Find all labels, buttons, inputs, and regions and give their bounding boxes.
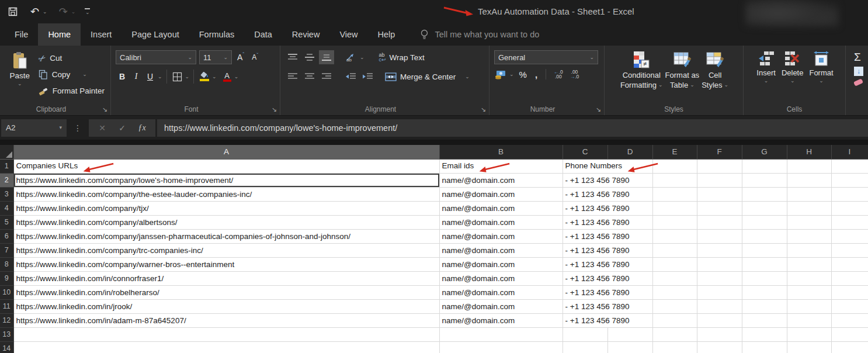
cut-button[interactable]: ✂ Cut bbox=[36, 50, 107, 66]
cell-B4[interactable]: name/@domain.com bbox=[439, 201, 563, 215]
cell-A13[interactable] bbox=[13, 327, 439, 341]
column-header-C[interactable]: C bbox=[563, 145, 607, 159]
cell-H3[interactable] bbox=[787, 187, 831, 201]
cell-B7[interactable]: name/@domain.com bbox=[439, 243, 563, 257]
column-header-F[interactable]: F bbox=[697, 145, 742, 159]
row-header-10[interactable]: 10 bbox=[0, 285, 13, 299]
cell-B11[interactable]: name/@domain.com bbox=[439, 299, 563, 313]
tab-file[interactable]: File bbox=[5, 23, 38, 46]
format-as-table-button[interactable]: Format as Table⌄ bbox=[665, 50, 700, 89]
cell-H6[interactable] bbox=[787, 229, 831, 243]
dialog-launcher-icon[interactable]: ↘ bbox=[596, 106, 601, 113]
italic-button[interactable]: I bbox=[130, 69, 143, 84]
cell-H10[interactable] bbox=[787, 285, 831, 299]
cell-H5[interactable] bbox=[787, 215, 831, 229]
copy-button[interactable]: Copy ⌄ bbox=[36, 67, 107, 82]
insert-function-icon[interactable]: ƒx bbox=[132, 123, 152, 133]
row-header-14[interactable]: 14 bbox=[0, 341, 13, 353]
cell-G14[interactable] bbox=[742, 341, 787, 353]
cell-G3[interactable] bbox=[742, 187, 787, 201]
cell-A3[interactable]: https://www.linkedin.com/company/the-est… bbox=[13, 187, 439, 201]
tab-help[interactable]: Help bbox=[368, 23, 405, 46]
increase-indent-button[interactable] bbox=[360, 70, 375, 84]
cell-F12[interactable] bbox=[697, 313, 742, 327]
cell-E9[interactable] bbox=[652, 271, 697, 285]
cell-H4[interactable] bbox=[787, 201, 831, 215]
name-box-dropdown-icon[interactable]: ▾ bbox=[59, 125, 62, 130]
accounting-format-icon[interactable] bbox=[494, 70, 507, 79]
increase-font-size-button[interactable]: Aˆ bbox=[235, 53, 246, 62]
row-header-4[interactable]: 4 bbox=[0, 201, 13, 215]
cell-D13[interactable] bbox=[607, 327, 652, 341]
decrease-decimal-button[interactable]: .00 →.0 bbox=[568, 70, 582, 79]
paste-button[interactable]: Paste ⌄ bbox=[5, 51, 35, 103]
cell-F13[interactable] bbox=[697, 327, 742, 341]
cell-F7[interactable] bbox=[697, 243, 742, 257]
tab-page-layout[interactable]: Page Layout bbox=[121, 23, 189, 46]
cell-I4[interactable] bbox=[831, 201, 868, 215]
cell-E4[interactable] bbox=[652, 201, 697, 215]
cell-G13[interactable] bbox=[742, 327, 787, 341]
merge-center-button[interactable]: Merge & Center ⌄ bbox=[385, 72, 470, 81]
increase-decimal-button[interactable]: ←.0 .00 bbox=[551, 70, 565, 79]
cell-F3[interactable] bbox=[697, 187, 742, 201]
cell-F10[interactable] bbox=[697, 285, 742, 299]
save-icon[interactable] bbox=[8, 7, 18, 16]
cell-B10[interactable]: name/@domain.com bbox=[439, 285, 563, 299]
cell-A5[interactable]: https://www.linkedin.com/company/alberts… bbox=[13, 215, 439, 229]
cell-H13[interactable] bbox=[787, 327, 831, 341]
cell-I7[interactable] bbox=[831, 243, 868, 257]
dialog-launcher-icon[interactable]: ↘ bbox=[102, 106, 107, 113]
cell-F9[interactable] bbox=[697, 271, 742, 285]
tab-formulas[interactable]: Formulas bbox=[189, 23, 244, 46]
cell-G6[interactable] bbox=[742, 229, 787, 243]
cell-E13[interactable] bbox=[652, 327, 697, 341]
cell-A4[interactable]: https://www.linkedin.com/company/tjx/ bbox=[13, 201, 439, 215]
cell-B3[interactable]: name/@domain.com bbox=[439, 187, 563, 201]
cell-G7[interactable] bbox=[742, 243, 787, 257]
cell-C11[interactable]: - +1 123 456 7890 bbox=[563, 299, 652, 313]
font-size-combobox[interactable]: 11 ⌄ bbox=[199, 50, 232, 64]
cell-F1[interactable] bbox=[697, 159, 742, 173]
cell-F4[interactable] bbox=[697, 201, 742, 215]
cell-E14[interactable] bbox=[652, 341, 697, 353]
cell-H7[interactable] bbox=[787, 243, 831, 257]
column-header-G[interactable]: G bbox=[742, 145, 787, 159]
decrease-font-size-button[interactable]: Aˇ bbox=[249, 53, 261, 61]
row-header-12[interactable]: 12 bbox=[0, 313, 13, 327]
tab-insert[interactable]: Insert bbox=[81, 23, 121, 46]
cell-C9[interactable]: - +1 123 456 7890 bbox=[563, 271, 652, 285]
cell-E12[interactable] bbox=[652, 313, 697, 327]
cell-C3[interactable]: - +1 123 456 7890 bbox=[563, 187, 652, 201]
chevron-down-icon[interactable]: ⌄ bbox=[212, 74, 217, 79]
tab-view[interactable]: View bbox=[329, 23, 367, 46]
row-header-6[interactable]: 6 bbox=[0, 229, 13, 243]
cell-B2[interactable]: name/@domain.com bbox=[439, 173, 563, 187]
column-header-B[interactable]: B bbox=[439, 145, 563, 159]
cell-I9[interactable] bbox=[831, 271, 868, 285]
cell-A2[interactable]: https://www.linkedin.com/company/lowe's-… bbox=[13, 173, 439, 187]
cell-C10[interactable]: - +1 123 456 7890 bbox=[563, 285, 652, 299]
cell-I14[interactable] bbox=[831, 341, 868, 353]
chevron-down-icon[interactable]: ⌄ bbox=[509, 72, 514, 77]
cell-G5[interactable] bbox=[742, 215, 787, 229]
cell-E10[interactable] bbox=[652, 285, 697, 299]
undo-dropdown-icon[interactable]: ⌄ bbox=[43, 9, 47, 15]
cell-H12[interactable] bbox=[787, 313, 831, 327]
cell-H11[interactable] bbox=[787, 299, 831, 313]
cell-F11[interactable] bbox=[697, 299, 742, 313]
cell-C8[interactable]: - +1 123 456 7890 bbox=[563, 257, 652, 271]
dialog-launcher-icon[interactable]: ↘ bbox=[272, 106, 277, 113]
cell-C5[interactable]: - +1 123 456 7890 bbox=[563, 215, 652, 229]
align-right-button[interactable] bbox=[319, 70, 334, 84]
cell-B1[interactable]: Email ids bbox=[439, 159, 563, 173]
dialog-launcher-icon[interactable]: ↘ bbox=[481, 106, 486, 113]
cell-G12[interactable] bbox=[742, 313, 787, 327]
cell-C4[interactable]: - +1 123 456 7890 bbox=[563, 201, 652, 215]
cell-B5[interactable]: name/@domain.com bbox=[439, 215, 563, 229]
chevron-down-icon[interactable]: ⌄ bbox=[185, 74, 190, 79]
row-header-1[interactable]: 1 bbox=[0, 159, 13, 173]
tell-me-box[interactable]: Tell me what you want to do bbox=[420, 23, 539, 46]
cell-F5[interactable] bbox=[697, 215, 742, 229]
percent-style-button[interactable]: % bbox=[516, 70, 530, 79]
